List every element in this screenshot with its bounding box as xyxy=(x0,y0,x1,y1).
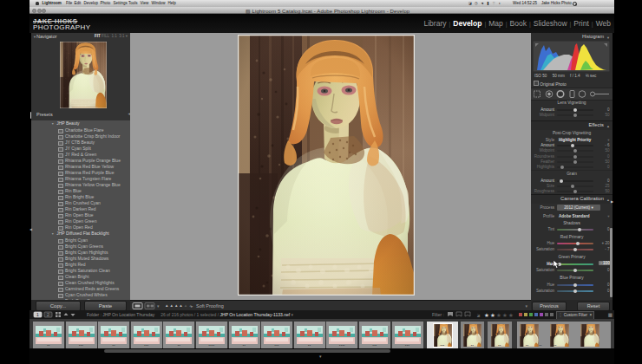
svg-text:★: ★ xyxy=(490,312,495,318)
svg-text:1: 1 xyxy=(36,312,39,317)
svg-text:★: ★ xyxy=(484,312,489,318)
svg-text:≥: ≥ xyxy=(477,313,481,318)
svg-text:2: 2 xyxy=(47,312,49,317)
svg-text:★: ★ xyxy=(508,312,514,318)
svg-text:★: ★ xyxy=(502,312,508,318)
svg-text:★: ★ xyxy=(496,312,501,318)
